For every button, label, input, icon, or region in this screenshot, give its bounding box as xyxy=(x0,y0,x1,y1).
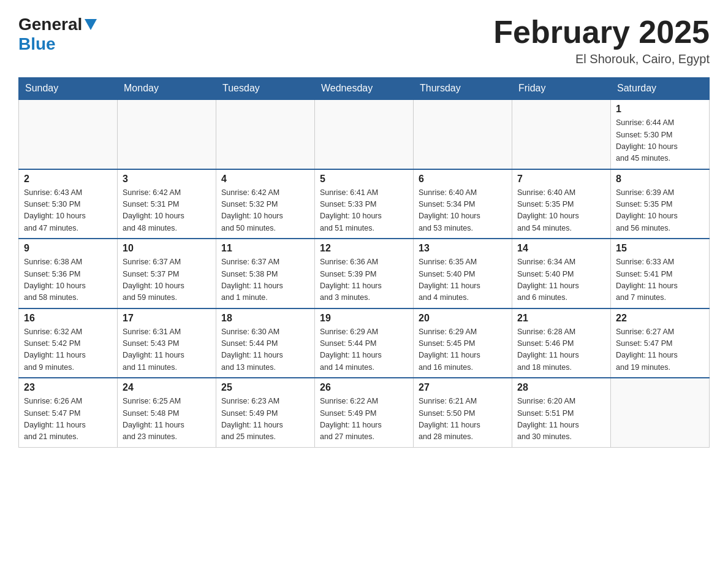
calendar-body: 1Sunrise: 6:44 AM Sunset: 5:30 PM Daylig… xyxy=(19,99,710,447)
day-info: Sunrise: 6:44 AM Sunset: 5:30 PM Dayligh… xyxy=(616,117,704,165)
svg-marker-0 xyxy=(85,19,97,30)
day-number: 10 xyxy=(123,243,211,254)
calendar-cell: 21Sunrise: 6:28 AM Sunset: 5:46 PM Dayli… xyxy=(512,308,611,378)
day-info: Sunrise: 6:41 AM Sunset: 5:33 PM Dayligh… xyxy=(320,187,408,235)
day-info: Sunrise: 6:37 AM Sunset: 5:38 PM Dayligh… xyxy=(221,256,309,304)
calendar-week-row: 2Sunrise: 6:43 AM Sunset: 5:30 PM Daylig… xyxy=(19,169,710,239)
calendar-cell xyxy=(512,99,611,169)
day-info: Sunrise: 6:42 AM Sunset: 5:31 PM Dayligh… xyxy=(123,187,211,235)
weekday-header-monday: Monday xyxy=(118,78,216,100)
day-number: 27 xyxy=(419,382,507,393)
day-info: Sunrise: 6:30 AM Sunset: 5:44 PM Dayligh… xyxy=(221,326,309,374)
day-info: Sunrise: 6:35 AM Sunset: 5:40 PM Dayligh… xyxy=(419,256,507,304)
day-info: Sunrise: 6:42 AM Sunset: 5:32 PM Dayligh… xyxy=(221,187,309,235)
weekday-header-row: SundayMondayTuesdayWednesdayThursdayFrid… xyxy=(19,78,710,100)
day-info: Sunrise: 6:34 AM Sunset: 5:40 PM Dayligh… xyxy=(517,256,605,304)
day-number: 17 xyxy=(123,313,211,324)
logo-general: General xyxy=(18,15,82,34)
calendar-cell: 28Sunrise: 6:20 AM Sunset: 5:51 PM Dayli… xyxy=(512,378,611,447)
day-info: Sunrise: 6:37 AM Sunset: 5:37 PM Dayligh… xyxy=(123,256,211,304)
day-number: 7 xyxy=(517,174,605,185)
day-info: Sunrise: 6:38 AM Sunset: 5:36 PM Dayligh… xyxy=(24,256,112,304)
calendar-cell: 25Sunrise: 6:23 AM Sunset: 5:49 PM Dayli… xyxy=(216,378,315,447)
day-number: 3 xyxy=(123,174,211,185)
day-info: Sunrise: 6:33 AM Sunset: 5:41 PM Dayligh… xyxy=(616,256,704,304)
weekday-header-wednesday: Wednesday xyxy=(315,78,414,100)
day-info: Sunrise: 6:20 AM Sunset: 5:51 PM Dayligh… xyxy=(517,396,605,443)
day-info: Sunrise: 6:23 AM Sunset: 5:49 PM Dayligh… xyxy=(221,396,309,443)
day-number: 18 xyxy=(221,313,309,324)
weekday-header-tuesday: Tuesday xyxy=(216,78,315,100)
logo: General Blue xyxy=(18,15,97,54)
day-info: Sunrise: 6:22 AM Sunset: 5:49 PM Dayligh… xyxy=(320,396,408,443)
day-number: 5 xyxy=(320,174,408,185)
day-info: Sunrise: 6:43 AM Sunset: 5:30 PM Dayligh… xyxy=(24,187,112,235)
day-number: 9 xyxy=(24,243,112,254)
calendar-week-row: 1Sunrise: 6:44 AM Sunset: 5:30 PM Daylig… xyxy=(19,99,710,169)
day-info: Sunrise: 6:40 AM Sunset: 5:35 PM Dayligh… xyxy=(517,187,605,235)
day-info: Sunrise: 6:36 AM Sunset: 5:39 PM Dayligh… xyxy=(320,256,408,304)
calendar-cell: 5Sunrise: 6:41 AM Sunset: 5:33 PM Daylig… xyxy=(315,169,414,239)
calendar-cell xyxy=(19,99,118,169)
day-number: 8 xyxy=(616,174,704,185)
calendar-cell xyxy=(315,99,414,169)
day-number: 21 xyxy=(517,313,605,324)
calendar-cell: 3Sunrise: 6:42 AM Sunset: 5:31 PM Daylig… xyxy=(118,169,216,239)
calendar-cell: 10Sunrise: 6:37 AM Sunset: 5:37 PM Dayli… xyxy=(118,239,216,308)
page-header: General Blue February 2025 El Shorouk, C… xyxy=(18,15,710,66)
calendar-cell: 14Sunrise: 6:34 AM Sunset: 5:40 PM Dayli… xyxy=(512,239,611,308)
calendar-week-row: 16Sunrise: 6:32 AM Sunset: 5:42 PM Dayli… xyxy=(19,308,710,378)
day-number: 20 xyxy=(419,313,507,324)
calendar-cell: 15Sunrise: 6:33 AM Sunset: 5:41 PM Dayli… xyxy=(611,239,710,308)
calendar-week-row: 23Sunrise: 6:26 AM Sunset: 5:47 PM Dayli… xyxy=(19,378,710,447)
calendar-cell: 11Sunrise: 6:37 AM Sunset: 5:38 PM Dayli… xyxy=(216,239,315,308)
weekday-header-sunday: Sunday xyxy=(19,78,118,100)
day-info: Sunrise: 6:32 AM Sunset: 5:42 PM Dayligh… xyxy=(24,326,112,374)
day-info: Sunrise: 6:28 AM Sunset: 5:46 PM Dayligh… xyxy=(517,326,605,374)
day-info: Sunrise: 6:21 AM Sunset: 5:50 PM Dayligh… xyxy=(419,396,507,443)
day-number: 13 xyxy=(419,243,507,254)
day-info: Sunrise: 6:31 AM Sunset: 5:43 PM Dayligh… xyxy=(123,326,211,374)
day-number: 2 xyxy=(24,174,112,185)
day-info: Sunrise: 6:26 AM Sunset: 5:47 PM Dayligh… xyxy=(24,396,112,443)
day-info: Sunrise: 6:27 AM Sunset: 5:47 PM Dayligh… xyxy=(616,326,704,374)
calendar-cell: 27Sunrise: 6:21 AM Sunset: 5:50 PM Dayli… xyxy=(414,378,512,447)
calendar-cell: 7Sunrise: 6:40 AM Sunset: 5:35 PM Daylig… xyxy=(512,169,611,239)
calendar-cell xyxy=(216,99,315,169)
calendar-cell: 12Sunrise: 6:36 AM Sunset: 5:39 PM Dayli… xyxy=(315,239,414,308)
day-number: 15 xyxy=(616,243,704,254)
day-number: 22 xyxy=(616,313,704,324)
day-number: 23 xyxy=(24,382,112,393)
day-info: Sunrise: 6:25 AM Sunset: 5:48 PM Dayligh… xyxy=(123,396,211,443)
calendar-cell: 6Sunrise: 6:40 AM Sunset: 5:34 PM Daylig… xyxy=(414,169,512,239)
calendar-subtitle: El Shorouk, Cairo, Egypt xyxy=(493,52,710,66)
day-number: 24 xyxy=(123,382,211,393)
calendar-cell: 19Sunrise: 6:29 AM Sunset: 5:44 PM Dayli… xyxy=(315,308,414,378)
day-number: 25 xyxy=(221,382,309,393)
calendar-cell xyxy=(611,378,710,447)
calendar-cell: 18Sunrise: 6:30 AM Sunset: 5:44 PM Dayli… xyxy=(216,308,315,378)
day-number: 14 xyxy=(517,243,605,254)
calendar-table: SundayMondayTuesdayWednesdayThursdayFrid… xyxy=(18,77,710,448)
day-info: Sunrise: 6:40 AM Sunset: 5:34 PM Dayligh… xyxy=(419,187,507,235)
calendar-cell: 20Sunrise: 6:29 AM Sunset: 5:45 PM Dayli… xyxy=(414,308,512,378)
calendar-cell: 17Sunrise: 6:31 AM Sunset: 5:43 PM Dayli… xyxy=(118,308,216,378)
calendar-cell: 8Sunrise: 6:39 AM Sunset: 5:35 PM Daylig… xyxy=(611,169,710,239)
day-number: 16 xyxy=(24,313,112,324)
day-info: Sunrise: 6:39 AM Sunset: 5:35 PM Dayligh… xyxy=(616,187,704,235)
calendar-header: SundayMondayTuesdayWednesdayThursdayFrid… xyxy=(19,78,710,100)
calendar-cell: 9Sunrise: 6:38 AM Sunset: 5:36 PM Daylig… xyxy=(19,239,118,308)
day-info: Sunrise: 6:29 AM Sunset: 5:45 PM Dayligh… xyxy=(419,326,507,374)
calendar-week-row: 9Sunrise: 6:38 AM Sunset: 5:36 PM Daylig… xyxy=(19,239,710,308)
day-number: 28 xyxy=(517,382,605,393)
calendar-cell: 16Sunrise: 6:32 AM Sunset: 5:42 PM Dayli… xyxy=(19,308,118,378)
day-number: 4 xyxy=(221,174,309,185)
day-number: 26 xyxy=(320,382,408,393)
day-number: 11 xyxy=(221,243,309,254)
calendar-cell: 1Sunrise: 6:44 AM Sunset: 5:30 PM Daylig… xyxy=(611,99,710,169)
logo-arrow-icon xyxy=(85,19,97,30)
calendar-cell: 23Sunrise: 6:26 AM Sunset: 5:47 PM Dayli… xyxy=(19,378,118,447)
calendar-cell xyxy=(118,99,216,169)
calendar-cell: 22Sunrise: 6:27 AM Sunset: 5:47 PM Dayli… xyxy=(611,308,710,378)
title-section: February 2025 El Shorouk, Cairo, Egypt xyxy=(493,15,710,66)
